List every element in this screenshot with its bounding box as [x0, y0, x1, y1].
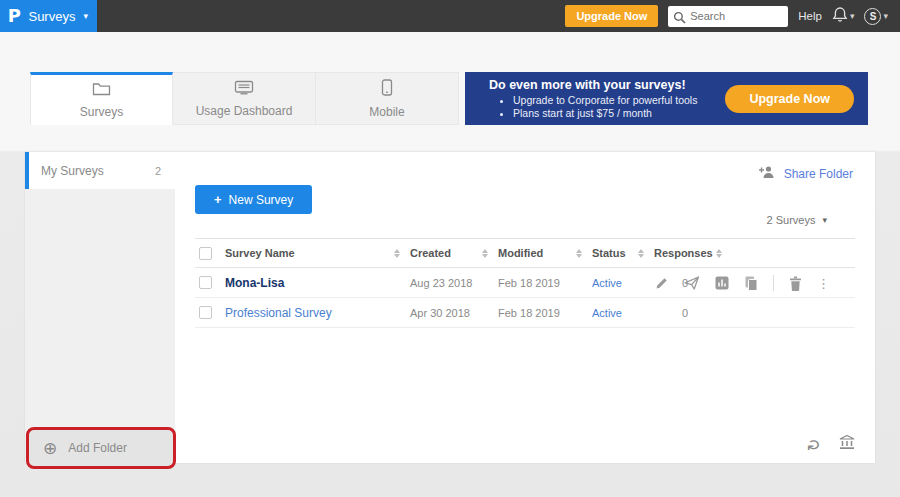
folder-icon: [92, 81, 111, 100]
chevron-down-icon: ▾: [822, 215, 827, 225]
banner-bullet: Plans start at just $75 / month: [513, 107, 725, 120]
plus-circle-icon: ⊕: [43, 440, 57, 457]
row-actions: ⋮: [655, 268, 830, 298]
table-header-row: Survey Name Created Modified Status: [195, 238, 855, 268]
surveys-table: Survey Name Created Modified Status: [195, 238, 855, 328]
modified-date: Feb 18 2019: [498, 307, 560, 319]
product-menu-label: Surveys: [28, 9, 75, 24]
sort-icon[interactable]: [576, 249, 582, 258]
survey-list-area: Share Folder + New Survey 2 Surveys ▾ Su…: [175, 152, 875, 463]
page-background: Surveys Usage Dashboard Mobile Do even m…: [0, 32, 900, 497]
folder-count-badge: 2: [155, 165, 161, 177]
chevron-down-icon: ▾: [850, 11, 855, 21]
modified-date: Feb 18 2019: [498, 277, 560, 289]
select-all-checkbox[interactable]: [199, 247, 212, 260]
folder-label: My Surveys: [41, 164, 104, 178]
row-checkbox[interactable]: [199, 306, 212, 319]
share-person-icon: [758, 165, 776, 183]
banner-upgrade-button[interactable]: Upgrade Now: [725, 85, 854, 113]
banner-bullet: Upgrade to Corporate for powerful tools: [513, 94, 725, 107]
tab-usage-dashboard[interactable]: Usage Dashboard: [173, 72, 316, 125]
plus-icon: +: [214, 192, 222, 207]
banner-title: Do even more with your surveys!: [489, 78, 725, 92]
survey-name-link[interactable]: Professional Survey: [225, 306, 332, 320]
col-header-survey-name: Survey Name: [225, 247, 295, 259]
product-menu[interactable]: P Surveys ▾: [0, 0, 97, 32]
search-icon: [673, 10, 686, 28]
add-folder-button[interactable]: ⊕ Add Folder: [26, 427, 176, 469]
copy-icon[interactable]: [744, 276, 758, 291]
created-date: Apr 30 2018: [410, 307, 470, 319]
folder-item-my-surveys[interactable]: My Surveys 2: [25, 152, 175, 189]
dashboard-icon: [234, 80, 254, 99]
sort-icon[interactable]: [482, 249, 488, 258]
chevron-down-icon: ▾: [83, 11, 88, 21]
survey-name-link[interactable]: Mona-Lisa: [225, 276, 284, 290]
archive-bank-icon[interactable]: [839, 435, 855, 454]
new-survey-label: New Survey: [229, 193, 294, 207]
app-logo-icon: P: [8, 6, 21, 26]
folders-list-area: [25, 189, 175, 463]
bell-icon: [832, 6, 848, 27]
edit-pencil-icon[interactable]: [655, 276, 669, 290]
add-folder-label: Add Folder: [68, 441, 127, 455]
col-header-status: Status: [592, 247, 626, 259]
report-chart-icon[interactable]: [715, 276, 729, 290]
share-folder-label: Share Folder: [784, 167, 853, 181]
sort-icon[interactable]: [394, 249, 400, 258]
sort-icon[interactable]: [638, 249, 644, 258]
chevron-down-icon: ▾: [883, 11, 888, 21]
help-link[interactable]: Help: [798, 10, 822, 22]
new-survey-button[interactable]: + New Survey: [195, 185, 312, 214]
more-options-icon[interactable]: ⋮: [817, 276, 830, 291]
table-row: Professional Survey Apr 30 2018 Feb 18 2…: [195, 298, 855, 328]
col-header-created: Created: [410, 247, 451, 259]
col-header-responses: Responses: [654, 247, 713, 259]
survey-count-dropdown[interactable]: 2 Surveys ▾: [767, 214, 827, 226]
module-tabs: Surveys Usage Dashboard Mobile: [30, 72, 460, 125]
upgrade-now-button[interactable]: Upgrade Now: [565, 5, 658, 27]
search-box: [668, 6, 788, 27]
mobile-icon: [381, 79, 393, 100]
tab-surveys[interactable]: Surveys: [30, 72, 173, 125]
panel-footer-icons: ↻: [808, 435, 855, 454]
notifications-button[interactable]: ▾: [832, 6, 855, 27]
status-badge: Active: [592, 277, 622, 289]
responses-count: 0: [654, 307, 716, 319]
tab-label: Mobile: [369, 105, 404, 119]
tab-mobile[interactable]: Mobile: [316, 72, 459, 125]
folders-sidebar: My Surveys 2 ⊕ Add Folder: [25, 152, 175, 463]
table-row: Mona-Lisa Aug 23 2018 Feb 18 2019 Active…: [195, 268, 855, 298]
send-plane-icon[interactable]: [684, 276, 700, 290]
tab-label: Usage Dashboard: [196, 104, 293, 118]
sort-icon[interactable]: [716, 249, 722, 258]
share-folder-button[interactable]: Share Folder: [758, 165, 853, 183]
surveys-panel: My Surveys 2 ⊕ Add Folder Share Folder +…: [25, 152, 875, 463]
status-badge: Active: [592, 307, 622, 319]
restore-icon[interactable]: ↻: [804, 438, 826, 451]
col-header-modified: Modified: [498, 247, 543, 259]
avatar: S: [864, 8, 881, 25]
account-menu[interactable]: S ▾: [864, 8, 888, 25]
search-input[interactable]: [668, 6, 788, 27]
survey-count-label: 2 Surveys: [767, 214, 816, 226]
top-bar: P Surveys ▾ Upgrade Now Help ▾ S ▾: [0, 0, 900, 32]
row-checkbox[interactable]: [199, 276, 212, 289]
divider: [773, 275, 774, 291]
promo-banner: Do even more with your surveys! Upgrade …: [465, 72, 868, 125]
tab-label: Surveys: [80, 105, 123, 119]
created-date: Aug 23 2018: [410, 277, 472, 289]
delete-trash-icon[interactable]: [789, 276, 802, 291]
